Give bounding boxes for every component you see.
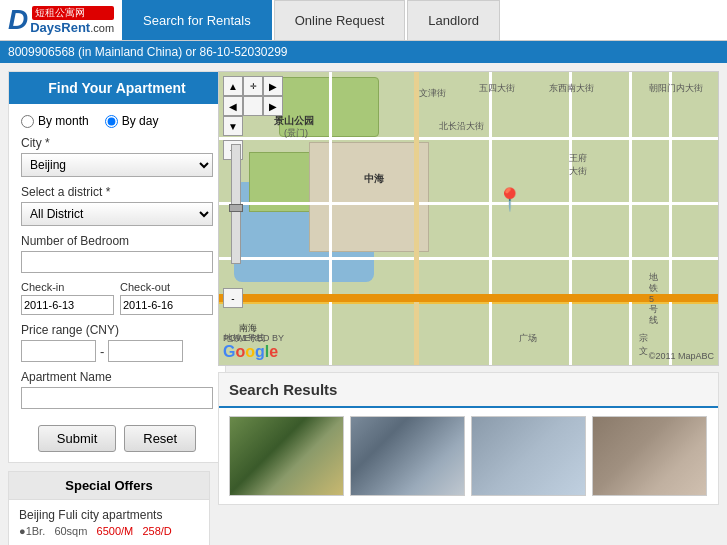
price-separator: - xyxy=(100,344,104,359)
date-row: Check-in Check-out xyxy=(21,281,213,315)
checkin-label: Check-in xyxy=(21,281,114,293)
map-left-btn[interactable]: ◀ xyxy=(223,96,243,116)
phone-bar: 8009906568 (in Mainland China) or 86-10-… xyxy=(0,41,727,63)
special-offers-panel: Special Offers Beijing Fuli city apartme… xyxy=(8,471,210,545)
map-center-btn[interactable] xyxy=(243,96,263,116)
map-label-beichang: 北长沿大街 xyxy=(439,120,484,133)
map-mid-row: ◀ ▶ xyxy=(223,96,283,116)
district-label: Select a district * xyxy=(21,185,213,199)
map-label-zhonghai: 中海 xyxy=(364,172,384,186)
special-apt-details: ●1Br. 60sqm 6500/M 258/D xyxy=(19,525,199,537)
checkout-input[interactable] xyxy=(120,295,213,315)
map-up-btn[interactable]: ▲ xyxy=(223,76,243,96)
price-row: - xyxy=(21,340,213,362)
apt-name-label: Apartment Name xyxy=(21,370,213,384)
road-v3 xyxy=(489,72,492,365)
map-container: 景山公园 (景门) 大街 中海 南海 文津街 北长沿大街 五四大街 东西南大街 … xyxy=(218,71,719,366)
logo-chinese: 短租公寓网 xyxy=(32,6,114,20)
map-controls: ▲ ✛ ▶ ◀ ▶ ▼ + xyxy=(223,76,283,308)
header: D 短租公寓网 DaysRent.com Search for Rentals … xyxy=(0,0,727,41)
map-label-wusi: 五四大街 xyxy=(479,82,515,95)
map-label-zongwen: 宗文 xyxy=(639,332,648,358)
orange-road xyxy=(219,294,718,302)
sidebar: Find Your Apartment By month By day City… xyxy=(8,71,226,463)
zoom-slider[interactable] xyxy=(231,144,241,264)
map-nav-row: ▲ ✛ ▶ xyxy=(223,76,283,96)
road-v5 xyxy=(629,72,632,365)
reset-button[interactable]: Reset xyxy=(124,425,196,452)
map-pin: 📍 xyxy=(496,187,523,213)
zoom-handle xyxy=(229,204,243,212)
powered-by-text: POWERED BY xyxy=(223,333,284,343)
by-month-option[interactable]: By month xyxy=(21,114,89,128)
by-month-radio[interactable] xyxy=(21,115,34,128)
map-label-dongxi: 东西南大街 xyxy=(549,82,594,95)
logo-brand: DaysRent xyxy=(30,20,90,35)
checkin-item: Check-in xyxy=(21,281,114,315)
tab-online-request[interactable]: Online Request xyxy=(274,0,406,40)
result-photo-2[interactable] xyxy=(350,416,465,496)
map-down-btn[interactable]: ▼ xyxy=(223,116,243,136)
map-label-gate: (景门) xyxy=(284,127,308,140)
logo: D 短租公寓网 DaysRent.com xyxy=(8,4,114,36)
map-label-metro5: 地铁5号线 xyxy=(649,272,658,326)
main-layout: Find Your Apartment By month By day City… xyxy=(0,63,727,545)
map-label-guangchang: 广场 xyxy=(519,332,537,345)
search-form: By month By day City * Beijing Select a … xyxy=(9,104,225,462)
find-apartment-title: Find Your Apartment xyxy=(9,72,225,104)
results-photos xyxy=(219,408,718,504)
map-label-chaoyang: 朝阳门内大街 xyxy=(649,82,703,95)
search-results-title: Search Results xyxy=(219,373,718,408)
form-buttons: Submit Reset xyxy=(21,425,213,452)
logo-area: D 短租公寓网 DaysRent.com xyxy=(0,0,122,40)
by-day-option[interactable]: By day xyxy=(105,114,159,128)
apt-name-input[interactable] xyxy=(21,387,213,409)
checkout-item: Check-out xyxy=(120,281,213,315)
result-photo-1[interactable] xyxy=(229,416,344,496)
google-logo: Google xyxy=(223,343,284,361)
right-content: 景山公园 (景门) 大街 中海 南海 文津街 北长沿大街 五四大街 东西南大街 … xyxy=(218,71,719,545)
district-select[interactable]: All District xyxy=(21,202,213,226)
map-copyright: ©2011 MapABC xyxy=(649,351,714,361)
special-apt-name: Beijing Fuli city apartments xyxy=(19,508,199,522)
zoom-out-btn[interactable]: - xyxy=(223,288,243,308)
checkin-input[interactable] xyxy=(21,295,114,315)
tab-search[interactable]: Search for Rentals xyxy=(122,0,272,40)
building-block xyxy=(309,142,429,252)
map-bot-row: ▼ xyxy=(223,116,283,136)
map-right2-btn[interactable]: ▶ xyxy=(263,96,283,116)
city-select[interactable]: Beijing xyxy=(21,153,213,177)
zoom-controls: + - xyxy=(223,140,283,308)
submit-button[interactable]: Submit xyxy=(38,425,116,452)
road-v4 xyxy=(569,72,572,365)
map-background: 景山公园 (景门) 大街 中海 南海 文津街 北长沿大街 五四大街 东西南大街 … xyxy=(219,72,718,365)
checkout-label: Check-out xyxy=(120,281,213,293)
logo-d: D xyxy=(8,4,28,36)
price-min-input[interactable] xyxy=(21,340,96,362)
tab-landlord[interactable]: Landlord xyxy=(407,0,500,40)
by-day-radio[interactable] xyxy=(105,115,118,128)
price-max-input[interactable] xyxy=(108,340,183,362)
road-h2 xyxy=(219,257,718,260)
search-results-panel: Search Results xyxy=(218,372,719,505)
nav-tabs: Search for Rentals Online Request Landlo… xyxy=(122,0,502,40)
map-right-btn[interactable]: ▶ xyxy=(263,76,283,96)
map-label-wangfu: 王府大街 xyxy=(569,152,587,178)
powered-by: POWERED BY Google xyxy=(223,333,284,361)
bedroom-label: Number of Bedroom xyxy=(21,234,213,248)
road-v1 xyxy=(414,72,419,365)
bedroom-input[interactable] xyxy=(21,251,213,273)
special-offers-title: Special Offers xyxy=(9,472,209,500)
logo-tld: .com xyxy=(90,22,114,34)
road-v2 xyxy=(329,72,332,365)
result-photo-4[interactable] xyxy=(592,416,707,496)
map-pan-btn[interactable]: ✛ xyxy=(243,76,263,96)
by-day-label: By day xyxy=(122,114,159,128)
map-label-wujin: 文津街 xyxy=(419,87,446,100)
road-v6 xyxy=(669,72,672,365)
result-photo-3[interactable] xyxy=(471,416,586,496)
by-month-label: By month xyxy=(38,114,89,128)
price-label: Price range (CNY) xyxy=(21,323,213,337)
rental-type-group: By month By day xyxy=(21,114,213,128)
special-offers-content: Beijing Fuli city apartments ●1Br. 60sqm… xyxy=(9,500,209,545)
